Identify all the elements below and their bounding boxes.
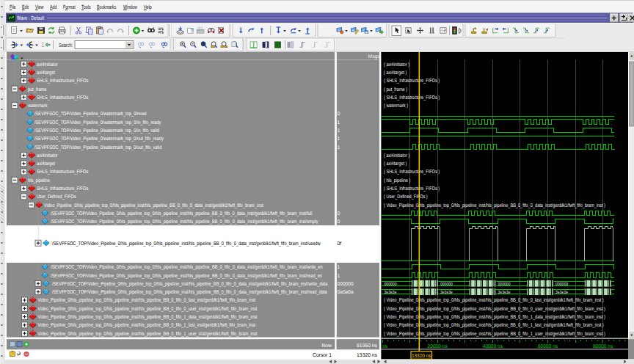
svg-text:( Video_Pipeline_0/hls_pipelin: ( Video_Pipeline_0/hls_pipeline_top_0/hl…: [384, 297, 604, 303]
svg-text:Now: Now: [321, 343, 332, 349]
svg-text:/SEVPFSOC_TOP/Video_Pipeline_0: /SEVPFSOC_TOP/Video_Pipeline_0/watermark…: [34, 120, 161, 125]
svg-text:( SHLS_Infrastructure_FIFOs ): ( SHLS_Infrastructure_FIFOs ): [384, 186, 440, 192]
svg-text:/SEVPFSOC_TOP/Video_Pipeline_0: /SEVPFSOC_TOP/Video_Pipeline_0/hls_pipel…: [51, 211, 313, 216]
svg-text:0: 0: [338, 211, 340, 216]
svg-text:Video_Pipeline_0/hls_pipeline_: Video_Pipeline_0/hls_pipeline_top_0/hls_…: [38, 306, 258, 312]
svg-text:0: 0: [338, 112, 340, 117]
svg-text:( axi4initiator ): ( axi4initiator ): [384, 153, 409, 159]
svg-text:watermark: watermark: [27, 103, 48, 109]
svg-text:0f: 0f: [338, 241, 342, 247]
svg-text:1: 1: [338, 274, 340, 279]
svg-text:Wave - Default: Wave - Default: [17, 15, 45, 21]
svg-text:put_frame: put_frame: [28, 87, 47, 92]
svg-text:Video_Pipeline_0/hls_pipeline_: Video_Pipeline_0/hls_pipeline_top_0/hls_…: [38, 297, 256, 303]
svg-text:3e3e3e: 3e3e3e: [555, 290, 568, 295]
svg-text:axi4initiator: axi4initiator: [37, 62, 58, 68]
svg-text:3e3e3e: 3e3e3e: [498, 290, 511, 295]
svg-text:SHLS_Infrastructure_FIFOs: SHLS_Infrastructure_FIFOs: [37, 186, 89, 192]
svg-text:000000: 000000: [498, 282, 511, 287]
svg-text:Video_Pipeline_0/hls_pipeline_: Video_Pipeline_0/hls_pipeline_top_0/hls_…: [38, 314, 258, 320]
svg-text:( axi4target ): ( axi4target ): [384, 70, 407, 76]
svg-text:1: 1: [338, 136, 340, 142]
svg-text:( SHLS_Infrastructure_FIFOs ): ( SHLS_Infrastructure_FIFOs ): [384, 95, 440, 101]
svg-text:( Video_Pipeline_0/hls_pipelin: ( Video_Pipeline_0/hls_pipeline_top_0/hl…: [384, 331, 605, 337]
svg-text:Format: Format: [63, 4, 76, 10]
svg-text:0: 0: [338, 219, 340, 225]
svg-text:/SEVPFSOC_TOP/Video_Pipeline_0: /SEVPFSOC_TOP/Video_Pipeline_0/watermark…: [34, 145, 161, 150]
svg-text:SHLS_Infrastructure_FIFOs: SHLS_Infrastructure_FIFOs: [37, 78, 89, 84]
svg-text:( Video_Pipeline_0/hls_pipelin: ( Video_Pipeline_0/hls_pipeline_top_0/hl…: [384, 322, 604, 328]
svg-text:Msgs: Msgs: [368, 54, 380, 59]
svg-text:( Video_Pipeline_0/hls_pipelin: ( Video_Pipeline_0/hls_pipeline_top_0/hl…: [384, 314, 605, 320]
svg-text:File: File: [10, 4, 16, 10]
svg-text:hls_pipeline: hls_pipeline: [28, 178, 50, 183]
svg-text:/SEVPFSOC_TOP/Video_Pipeline_0: /SEVPFSOC_TOP/Video_Pipeline_0/watermark…: [34, 136, 164, 142]
svg-text:axi4initiator: axi4initiator: [37, 153, 58, 159]
svg-text:81950 ns: 81950 ns: [357, 343, 377, 349]
svg-text:SHLS_Infrastructure_FIFOs: SHLS_Infrastructure_FIFOs: [37, 95, 89, 101]
svg-text:80000 ns: 80000 ns: [593, 344, 613, 349]
svg-text:ns: ns: [382, 344, 387, 349]
svg-text:Add: Add: [50, 4, 57, 10]
svg-text:/SEVPFSOC_TOP/Video_Pipeline_0: /SEVPFSOC_TOP/Video_Pipeline_0/hls_pipel…: [51, 273, 322, 279]
svg-text:1: 1: [338, 128, 340, 134]
svg-text:/SEVPFSOC_TOP/Video_Pipeline_0: /SEVPFSOC_TOP/Video_Pipeline_0/hls_pipel…: [52, 281, 327, 287]
svg-text:Help: Help: [144, 4, 152, 10]
svg-text:Video_Pipeline_0/hls_pipeline_: Video_Pipeline_0/hls_pipeline_top_0/hls_…: [38, 322, 256, 328]
svg-text:000000: 000000: [555, 282, 568, 287]
svg-text:User_Defined_FIFOs: User_Defined_FIFOs: [37, 194, 76, 200]
svg-text:0a0a0a: 0a0a0a: [338, 290, 354, 295]
svg-text:/SEVPFSOC_TOP/Video_Pipeline_0: /SEVPFSOC_TOP/Video_Pipeline_0/watermark…: [34, 128, 159, 134]
svg-text:( watermark ): ( watermark ): [384, 103, 408, 109]
svg-text:axi4target: axi4target: [37, 161, 55, 167]
svg-text:( put_frame ): ( put_frame ): [384, 87, 407, 92]
svg-text:3e3e3e: 3e3e3e: [385, 290, 397, 295]
svg-text:Video_Pipeline_0/hls_pipeline_: Video_Pipeline_0/hls_pipeline_top_0/hls_…: [38, 331, 258, 337]
svg-text:axi4target: axi4target: [37, 70, 55, 76]
svg-text:000000: 000000: [385, 282, 397, 287]
svg-text:?: ?: [190, 27, 194, 33]
svg-text:Tools: Tools: [81, 4, 91, 10]
svg-text:13320 ns: 13320 ns: [357, 353, 377, 358]
svg-text:Video_Pipeline_0/hls_pipeline_: Video_Pipeline_0/hls_pipeline_top_0/hls_…: [44, 203, 263, 208]
svg-text:/SEVPFSOC_TOP/Video_Pipeline_0: /SEVPFSOC_TOP/Video_Pipeline_0/watermark…: [34, 111, 147, 117]
svg-text:Edit: Edit: [22, 4, 29, 10]
svg-text:View: View: [35, 4, 44, 10]
svg-text:Cursor 1: Cursor 1: [313, 353, 332, 358]
svg-text:12:1: 12:1: [197, 26, 203, 29]
svg-text:Bookmarks: Bookmarks: [97, 4, 116, 10]
svg-text:1: 1: [338, 145, 340, 150]
svg-text:( Video_Pipeline_0/hls_pipelin: ( Video_Pipeline_0/hls_pipeline_top_0/hl…: [384, 203, 605, 208]
svg-text:( Video_Pipeline_0/hls_pipelin: ( Video_Pipeline_0/hls_pipeline_top_0/hl…: [384, 306, 605, 312]
svg-text:1: 1: [338, 120, 340, 125]
svg-text:/SEVPFSOC_TOP/Video_Pipeline_0: /SEVPFSOC_TOP/Video_Pipeline_0/hls_pipel…: [51, 219, 318, 225]
svg-text:( hls_pipeline ): ( hls_pipeline ): [384, 178, 410, 183]
svg-text:3e3e3e: 3e3e3e: [440, 290, 453, 295]
svg-text:SHLS_Infrastructure_FIFOs: SHLS_Infrastructure_FIFOs: [37, 169, 89, 175]
svg-text:Search:: Search:: [59, 42, 73, 48]
svg-text:13320 ns: 13320 ns: [412, 354, 431, 359]
svg-text:/SEVPFSOC_TOP/Video_Pipeline_0: /SEVPFSOC_TOP/Video_Pipeline_0/hls_pipel…: [51, 264, 323, 270]
svg-text:( axi4target ): ( axi4target ): [384, 161, 407, 167]
svg-text:60000 ns: 60000 ns: [538, 344, 558, 349]
svg-text:( SHLS_Infrastructure_FIFOs ): ( SHLS_Infrastructure_FIFOs ): [384, 78, 440, 84]
svg-text:000000: 000000: [440, 282, 453, 287]
svg-text:000000: 000000: [338, 282, 354, 287]
svg-text:Window: Window: [123, 4, 137, 10]
svg-text:( User_Defined_FIFOs ): ( User_Defined_FIFOs ): [384, 194, 428, 200]
svg-text:/SEVPFSOC_TOP/Video_Pipeline_0: /SEVPFSOC_TOP/Video_Pipeline_0/hls_pipel…: [52, 289, 327, 295]
svg-text:1: 1: [338, 265, 340, 270]
svg-text:40000 ns: 40000 ns: [483, 344, 503, 349]
svg-text:( SHLS_Infrastructure_FIFOs ): ( SHLS_Infrastructure_FIFOs ): [384, 169, 440, 175]
svg-text:( axi4initiator ): ( axi4initiator ): [384, 62, 409, 68]
svg-text:/SEVPFSOC_TOP/Video_Pipeline_0: /SEVPFSOC_TOP/Video_Pipeline_0/hls_pipel…: [52, 241, 321, 247]
svg-text:20000 ns: 20000 ns: [428, 344, 448, 349]
